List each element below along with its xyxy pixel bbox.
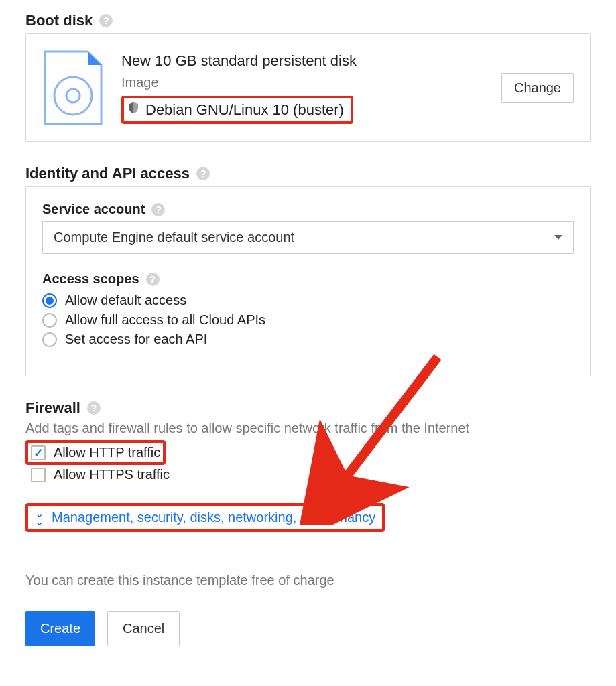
help-icon[interactable]: ? (146, 273, 160, 286)
bootdisk-info: New 10 GB standard persistent disk Image… (121, 52, 484, 124)
action-row: Create Cancel (25, 611, 591, 646)
allow-https-checkbox-row[interactable]: Allow HTTPS traffic (25, 465, 591, 484)
firewall-help-text: Add tags and firewall rules to allow spe… (25, 421, 591, 436)
firewall-title-text: Firewall (25, 399, 80, 417)
bootdisk-image-value: Debian GNU/Linux 10 (buster) (145, 101, 344, 119)
identity-section-title: Identity and API access ? (25, 165, 591, 182)
bootdisk-panel: New 10 GB standard persistent disk Image… (25, 33, 591, 142)
scope-each-radio[interactable]: Set access for each API (42, 330, 574, 349)
bootdisk-image-value-row: Debian GNU/Linux 10 (buster) (121, 96, 353, 124)
help-icon[interactable]: ? (99, 14, 113, 27)
access-scopes-label: Access scopes ? (42, 271, 574, 287)
access-scopes-label-text: Access scopes (42, 271, 139, 287)
allow-https-label: Allow HTTPS traffic (54, 467, 170, 482)
service-account-select[interactable]: Compute Engine default service account (42, 221, 574, 254)
help-icon[interactable]: ? (87, 401, 101, 415)
scope-each-label: Set access for each API (65, 332, 207, 347)
free-of-charge-text: You can create this instance template fr… (25, 573, 591, 588)
advanced-expander[interactable]: ⌄⌄ Management, security, disks, networki… (25, 503, 385, 532)
identity-title-text: Identity and API access (25, 165, 190, 182)
create-button[interactable]: Create (25, 611, 95, 646)
service-account-value: Compute Engine default service account (54, 230, 294, 245)
radio-icon (42, 293, 57, 308)
disk-icon (42, 49, 104, 127)
divider (25, 555, 591, 555)
radio-icon (42, 313, 57, 328)
service-account-label: Service account ? (42, 202, 574, 217)
bootdisk-disk-title: New 10 GB standard persistent disk (121, 52, 484, 70)
bootdisk-title-text: Boot disk (25, 12, 93, 29)
scope-default-radio[interactable]: Allow default access (42, 291, 574, 310)
allow-http-checkbox-row[interactable]: Allow HTTP traffic (28, 443, 163, 462)
svg-point-0 (54, 77, 92, 115)
chevron-down-icon: ⌄⌄ (35, 510, 44, 525)
firewall-section-title: Firewall ? (25, 399, 591, 417)
change-button[interactable]: Change (501, 73, 574, 103)
checkbox-icon (31, 445, 46, 460)
help-icon[interactable]: ? (151, 203, 165, 216)
bootdisk-section-title: Boot disk ? (25, 12, 591, 29)
scope-full-radio[interactable]: Allow full access to all Cloud APIs (42, 310, 574, 330)
checkbox-icon (31, 468, 46, 482)
allow-http-label: Allow HTTP traffic (54, 445, 160, 460)
svg-point-1 (66, 89, 80, 102)
identity-panel: Service account ? Compute Engine default… (25, 186, 591, 376)
help-icon[interactable]: ? (196, 167, 210, 180)
caret-down-icon (554, 235, 562, 240)
scope-default-label: Allow default access (65, 293, 186, 308)
scope-full-label: Allow full access to all Cloud APIs (65, 312, 265, 328)
service-account-label-text: Service account (42, 202, 145, 217)
cancel-button[interactable]: Cancel (107, 611, 180, 646)
shield-icon (127, 101, 140, 118)
bootdisk-image-label: Image (121, 75, 484, 90)
allow-http-highlight: Allow HTTP traffic (25, 440, 166, 465)
advanced-expander-label: Management, security, disks, networking,… (52, 510, 375, 525)
radio-icon (42, 332, 57, 347)
